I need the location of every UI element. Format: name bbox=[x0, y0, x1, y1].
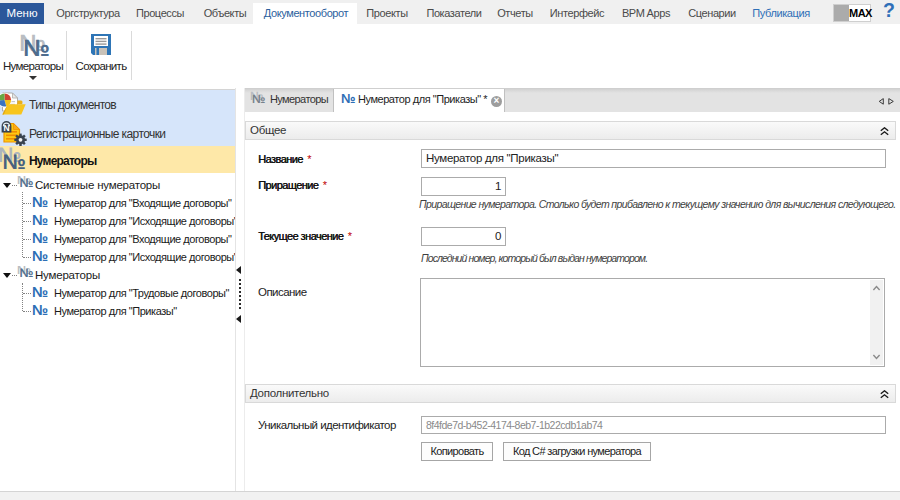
svg-text:N: N bbox=[3, 123, 9, 133]
